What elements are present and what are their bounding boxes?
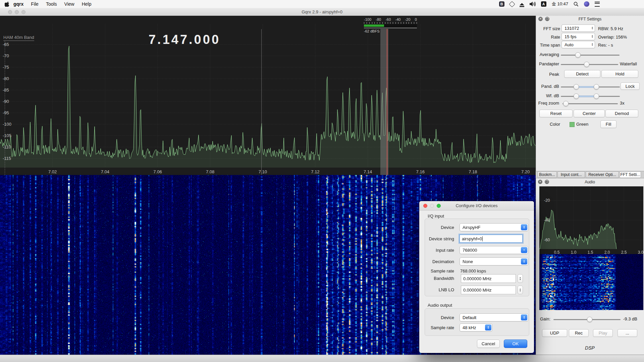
tab-input-controls[interactable]: Input cont... (557, 171, 585, 178)
menu-item-help[interactable]: Help (78, 1, 95, 7)
menu-item-file[interactable]: File (27, 1, 42, 7)
audio-x-tick-label: 3.0 (638, 250, 643, 255)
diamond-status-icon[interactable] (510, 2, 514, 6)
stepper-icon[interactable]: ▲▼ (591, 41, 593, 48)
waterfall-db-range-slider[interactable] (561, 94, 620, 99)
fft-panel-title: FFT Settings (536, 17, 644, 21)
window-title-bar[interactable]: Gqrx 2.9 - airspyhf=0 (0, 8, 644, 16)
meter-tick: 0 (415, 17, 417, 22)
slider-handle[interactable] (563, 101, 569, 106)
configure-io-dialog: Configure I/O devices I/Q input Device A… (419, 201, 534, 353)
popup-stepper-icon[interactable]: ▲▼ (521, 224, 527, 230)
device-string-input[interactable]: airspyhf=0 (460, 235, 523, 243)
bandwidth-stepper[interactable]: ▲▼ (518, 274, 523, 283)
center-button[interactable]: Center (574, 110, 605, 117)
rec-button[interactable]: Rec (569, 329, 589, 337)
x-axis-tick-label: 7.06 (153, 169, 162, 174)
ok-button[interactable]: OK (504, 340, 527, 348)
audio-waterfall[interactable] (539, 254, 643, 310)
slider-handle[interactable] (594, 84, 599, 89)
audio-device-combo[interactable]: Default ▲▼ (460, 313, 528, 321)
device-string-label: Device string (417, 236, 454, 241)
lnb-lo-stepper[interactable]: ▲▼ (518, 286, 523, 294)
x-axis-tick-label: 7.02 (48, 169, 57, 174)
audio-y-tick-label: -40 (544, 218, 550, 223)
backup-status-icon[interactable]: B (499, 1, 504, 7)
fft-panel-float-icon[interactable]: ❐ (545, 17, 549, 21)
bandwidth-label: Bandwidth (417, 276, 454, 281)
time-span-combo[interactable]: Auto ▲▼ (561, 41, 595, 48)
siri-icon[interactable] (584, 1, 589, 7)
reset-button[interactable]: Reset (539, 110, 573, 117)
lock-button[interactable]: Lock (621, 82, 640, 90)
bandwidth-value: 0.000000 MHz (463, 276, 492, 281)
slider-handle[interactable] (587, 317, 592, 322)
notification-center-icon[interactable] (595, 2, 600, 7)
slider-handle[interactable] (594, 94, 599, 99)
peak-hold-button[interactable]: Hold (601, 70, 638, 78)
x-axis-tick-label: 7.14 (364, 169, 372, 174)
freq-zoom-slider[interactable] (562, 101, 618, 106)
x-axis-tick-label: 7.04 (101, 169, 109, 174)
popup-stepper-icon[interactable]: ▲▼ (485, 324, 491, 330)
audio-device-value: Default (463, 315, 476, 320)
tab-fft-settings[interactable]: FFT Setti... (620, 171, 641, 178)
y-axis-tick-label: -90 (3, 99, 9, 104)
audio-sample-rate-combo[interactable]: 48 kHz ▲▼ (460, 323, 492, 331)
stepper-icon[interactable]: ▲▼ (591, 33, 593, 40)
pandapter-db-range-slider[interactable] (561, 84, 620, 89)
averaging-slider[interactable] (561, 52, 620, 58)
play-button[interactable]: Play (593, 329, 613, 337)
input-rate-combo[interactable]: 768000 ▼ (460, 246, 528, 254)
udp-button[interactable]: UDP (542, 329, 567, 337)
peak-detect-button[interactable]: Detect (564, 70, 600, 78)
menu-item-gqrx[interactable]: gqrx (10, 1, 27, 7)
eject-icon[interactable] (520, 3, 524, 5)
iq-device-value: AirspyHF (463, 225, 480, 230)
input-source-icon[interactable]: A (541, 1, 546, 7)
popup-stepper-icon[interactable]: ▲▼ (521, 314, 527, 320)
tuned-frequency-line[interactable] (387, 29, 387, 175)
lnb-lo-input[interactable]: 0.000000 MHz (461, 286, 516, 294)
rate-combo[interactable]: 15 fps ▲▼ (561, 33, 595, 40)
fft-panel-close-icon[interactable]: ✕ (538, 17, 543, 21)
fft-size-combo[interactable]: 131072 ▲▼ (561, 24, 595, 32)
frequency-display[interactable]: 7.147.000 (127, 33, 241, 47)
menu-item-tools[interactable]: Tools (42, 1, 61, 7)
audio-panel-close-icon[interactable]: ✕ (538, 180, 542, 184)
dialog-title-bar[interactable]: Configure I/O devices (419, 201, 534, 210)
apple-menu-icon[interactable] (5, 1, 10, 7)
y-axis-tick-label: -85 (3, 87, 9, 93)
color-swatch (570, 122, 575, 127)
iq-device-combo[interactable]: AirspyHF ▲▼ (460, 223, 528, 231)
popup-chevron-icon[interactable]: ▼ (521, 247, 527, 253)
demod-button[interactable]: Demod (605, 110, 638, 117)
tab-receiver-options[interactable]: Receiver Opti... (586, 171, 619, 178)
pandapter-spectrum[interactable]: 7.147.000 HAM 40m Band -65-70-75-80-85-9… (0, 16, 536, 175)
stepper-icon[interactable]: ▲▼ (591, 25, 593, 32)
bandwidth-input[interactable]: 0.000000 MHz (461, 274, 516, 283)
slider-handle[interactable] (584, 62, 589, 67)
slider-handle[interactable] (574, 94, 579, 99)
fill-toggle-button[interactable]: Fill (600, 120, 616, 128)
lnb-lo-label: LNB LO (417, 287, 454, 292)
popup-stepper-icon[interactable]: ▲▼ (521, 258, 527, 264)
tab-bookmarks[interactable]: Bookm... (537, 171, 557, 178)
pandapter-waterfall-split-slider[interactable] (561, 62, 618, 67)
audio-panel-float-icon[interactable]: ❐ (545, 180, 549, 184)
volume-icon[interactable] (530, 2, 536, 6)
slider-handle[interactable] (575, 52, 581, 58)
audio-options-button[interactable]: ... (618, 329, 637, 337)
cancel-button[interactable]: Cancel (477, 340, 500, 348)
meter-tick: -80 (376, 17, 381, 22)
gain-slider[interactable] (553, 317, 621, 322)
menu-item-view[interactable]: View (61, 1, 78, 7)
dbfs-meter-scale: -100 -80 -60 -40 -20 0 (364, 17, 417, 22)
spotlight-icon[interactable] (574, 2, 579, 7)
y-axis-tick-label: -80 (3, 76, 9, 81)
sample-rate-label: Sample rate (417, 268, 454, 274)
menu-clock[interactable]: 金 10:47 (552, 1, 568, 7)
audio-display[interactable]: -20-40-600.51.01.52.02.53.0 (539, 186, 643, 310)
decimation-combo[interactable]: None ▲▼ (460, 257, 528, 265)
slider-handle[interactable] (574, 84, 579, 89)
